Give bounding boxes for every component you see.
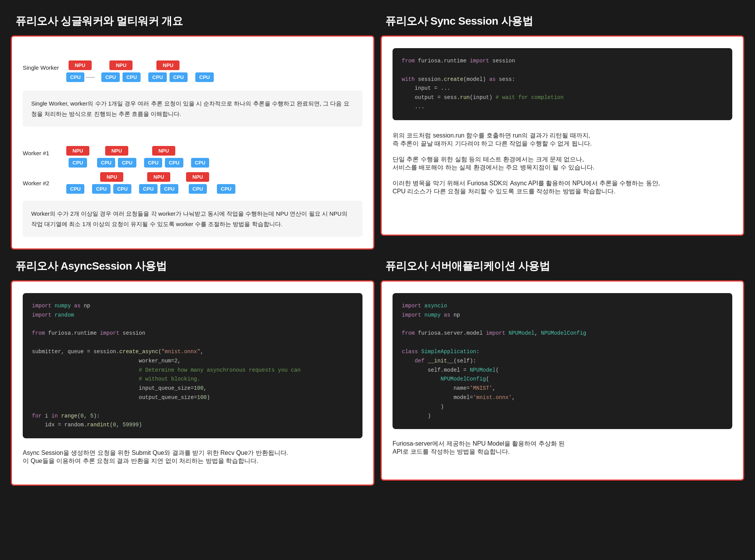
cpu-chip: CPU [101, 72, 119, 82]
cpu-chip: CPU [195, 72, 213, 82]
code-block-sync: from furiosa.runtime import session with… [393, 48, 732, 120]
npu-chip: NPU [147, 172, 170, 182]
desc2: Worker의 수가 2개 이상일 경우 여러 요청들을 각 worker가 나… [23, 201, 362, 237]
desc1: Single Worker, worker의 수가 1개일 경우 여러 추론 요… [23, 91, 362, 127]
npu-chip: NPU [186, 172, 209, 182]
text-para-2: 단일 추론 수행을 위한 실험 등의 테스트 환경에서는 크게 문제 없으나,서… [393, 156, 732, 172]
cpu-chip: CPU [113, 184, 131, 194]
cpu-chip: CPU [66, 72, 84, 82]
cpu-chip: CPU [148, 72, 166, 82]
cpu-chip: CPU [118, 158, 136, 168]
worker2-label: Worker #2 [23, 180, 65, 186]
cpu-chip: CPU [191, 158, 209, 168]
card-sync-session: from furiosa.runtime import session with… [381, 35, 744, 236]
text-para-async-1: Async Session을 생성하면 요청을 위한 Submit Que와 결… [23, 449, 362, 465]
cpu-chip: CPU [160, 184, 178, 194]
cpu-chip: CPU [69, 158, 87, 168]
npu-chip: NPU [66, 146, 89, 156]
cpu-chip: CPU [189, 184, 207, 194]
single-worker-label: Single Worker [23, 64, 65, 71]
text-para-1: 위의 코드처럼 session.run 함수를 호출하면 run의 결과가 리턴… [393, 132, 732, 148]
cpu-chip: CPU [217, 184, 235, 194]
npu-chip: NPU [156, 60, 180, 70]
card-async-session: import numpy as np import random from fu… [11, 280, 374, 486]
card-server-app: import asyncio import numpy as np from f… [381, 280, 744, 481]
npu-chip: NPU [105, 146, 128, 156]
worker1-label: Worker #1 [23, 150, 65, 156]
card-worker-diagram: Single Worker NPU CPU [11, 35, 374, 250]
npu-chip: NPU [100, 172, 123, 182]
cpu-chip: CPU [66, 184, 84, 194]
cpu-chip: CPU [97, 158, 115, 168]
section-title-top-right: 퓨리오사 Sync Session 사용법 [378, 8, 747, 32]
text-para-3: 이러한 병목을 막기 위해서 Furiosa SDK의 Async API를 활… [393, 179, 732, 196]
section-title-top-left: 퓨리오사 싱글워커와 멀티워커 개요 [8, 8, 378, 32]
code-block-server: import asyncio import numpy as np from f… [393, 293, 732, 429]
cpu-chip: CPU [122, 72, 141, 82]
text-para-server-1: Furiosa-server에서 제공하는 NPU Model을 활용하여 추상… [393, 440, 732, 456]
code-block-async: import numpy as np import random from fu… [23, 293, 362, 438]
cpu-chip: CPU [139, 184, 157, 194]
npu-chip: NPU [69, 60, 92, 70]
npu-chip: NPU [152, 146, 175, 156]
section-title-bottom-right: 퓨리오사 서버애플리케이션 사용법 [378, 253, 747, 277]
cpu-chip: CPU [92, 184, 110, 194]
cpu-chip: CPU [165, 158, 183, 168]
cpu-chip: CPU [144, 158, 162, 168]
cpu-chip: CPU [169, 72, 188, 82]
section-title-bottom-left: 퓨리오사 AsyncSession 사용법 [8, 253, 378, 277]
npu-chip: NPU [109, 60, 133, 70]
